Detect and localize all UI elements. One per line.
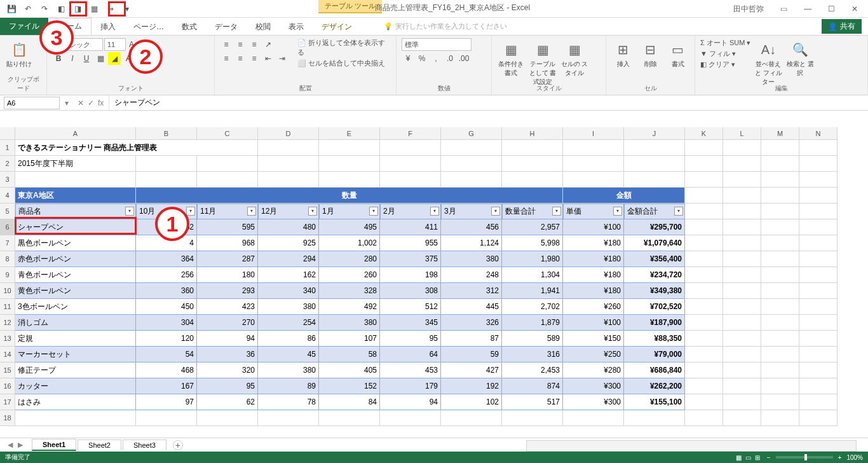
inc-dec-icon[interactable]: .0 bbox=[444, 52, 456, 65]
cell[interactable] bbox=[761, 140, 799, 156]
cell[interactable] bbox=[563, 140, 624, 156]
cell[interactable]: 64 bbox=[380, 347, 441, 363]
row-headers[interactable]: 123456789101112131415161718 bbox=[0, 140, 15, 426]
cell[interactable] bbox=[197, 410, 258, 426]
cell[interactable]: 1月▾ bbox=[319, 204, 380, 219]
cell[interactable]: 179 bbox=[380, 378, 441, 394]
cell[interactable]: 数量合計▾ bbox=[502, 204, 563, 219]
cell-styles-button[interactable]: ▦セルの スタイル bbox=[560, 38, 588, 78]
column-header[interactable]: B bbox=[136, 127, 197, 140]
cell[interactable]: 294 bbox=[258, 251, 319, 267]
cell[interactable]: 162 bbox=[258, 267, 319, 283]
cell[interactable]: 1,879 bbox=[502, 315, 563, 331]
cell[interactable]: 304 bbox=[136, 315, 197, 331]
cell[interactable]: 456 bbox=[441, 219, 502, 235]
cell[interactable] bbox=[685, 204, 723, 219]
cell[interactable] bbox=[723, 172, 761, 188]
cell[interactable]: 256 bbox=[136, 267, 197, 283]
sheet-tab-3[interactable]: Sheet3 bbox=[123, 439, 166, 450]
dec-dec-icon[interactable]: .00 bbox=[458, 52, 470, 65]
cell[interactable] bbox=[441, 140, 502, 156]
cell[interactable]: 167 bbox=[136, 378, 197, 394]
cell[interactable]: 925 bbox=[258, 235, 319, 251]
cell[interactable] bbox=[624, 140, 685, 156]
cell[interactable]: 380 bbox=[258, 363, 319, 378]
formula-input[interactable]: シャープペン bbox=[109, 95, 868, 110]
row-header[interactable]: 4 bbox=[0, 188, 15, 204]
cell[interactable]: ¥88,350 bbox=[624, 331, 685, 347]
column-header[interactable]: L bbox=[723, 127, 761, 140]
enter-formula-icon[interactable]: ✓ bbox=[88, 99, 94, 107]
column-header[interactable]: G bbox=[441, 127, 502, 140]
align-bot-icon[interactable]: ≡ bbox=[248, 38, 261, 51]
cell[interactable] bbox=[685, 188, 723, 204]
cell[interactable]: 2,453 bbox=[502, 363, 563, 378]
cell[interactable] bbox=[441, 172, 502, 188]
sheet-prev-icon[interactable]: ◀ bbox=[8, 441, 13, 449]
cell[interactable] bbox=[197, 156, 258, 172]
column-header[interactable]: K bbox=[685, 127, 723, 140]
cell[interactable]: 345 bbox=[380, 315, 441, 331]
cell[interactable]: カッター bbox=[15, 378, 136, 394]
cell[interactable]: 金額合計▾ bbox=[624, 204, 685, 219]
cell[interactable] bbox=[685, 299, 723, 315]
cell[interactable]: 120 bbox=[136, 331, 197, 347]
cell[interactable] bbox=[502, 140, 563, 156]
format-as-table-button[interactable]: ▦テーブルとして 書式設定 bbox=[529, 38, 557, 86]
cell[interactable]: 94 bbox=[380, 394, 441, 410]
cell[interactable]: 453 bbox=[380, 363, 441, 378]
cell[interactable]: 修正テープ bbox=[15, 363, 136, 378]
cell[interactable] bbox=[502, 172, 563, 188]
cell[interactable]: 94 bbox=[197, 331, 258, 347]
cell[interactable]: 107 bbox=[319, 331, 380, 347]
cell[interactable] bbox=[723, 267, 761, 283]
conditional-format-button[interactable]: ▦条件付き 書式 bbox=[497, 38, 525, 78]
cell[interactable]: 1,002 bbox=[319, 235, 380, 251]
tab-formula[interactable]: 数式 bbox=[173, 19, 206, 35]
horizontal-scrollbar[interactable] bbox=[526, 440, 857, 452]
cell[interactable] bbox=[563, 410, 624, 426]
maximize-icon[interactable]: ☐ bbox=[824, 3, 839, 15]
cell[interactable]: 380 bbox=[319, 315, 380, 331]
number-format-box[interactable]: 標準 bbox=[402, 38, 471, 51]
share-button[interactable]: 👤 共有 bbox=[822, 19, 862, 34]
cell[interactable]: ¥356,400 bbox=[624, 251, 685, 267]
cell[interactable] bbox=[761, 283, 799, 299]
cell[interactable] bbox=[761, 219, 799, 235]
filter-icon[interactable]: ▾ bbox=[125, 207, 134, 216]
cell[interactable]: 254 bbox=[258, 315, 319, 331]
cell[interactable]: 62 bbox=[197, 394, 258, 410]
cell[interactable] bbox=[258, 410, 319, 426]
cell[interactable] bbox=[685, 283, 723, 299]
cell[interactable]: 380 bbox=[258, 299, 319, 315]
cell[interactable]: ¥702,520 bbox=[624, 299, 685, 315]
indent-inc-icon[interactable]: ⇥ bbox=[276, 52, 288, 65]
cell[interactable] bbox=[761, 267, 799, 283]
cell[interactable] bbox=[441, 156, 502, 172]
cell[interactable]: 360 bbox=[136, 283, 197, 299]
cell[interactable] bbox=[258, 172, 319, 188]
cell[interactable]: 152 bbox=[319, 378, 380, 394]
row-header[interactable]: 7 bbox=[0, 235, 15, 251]
cell[interactable] bbox=[563, 156, 624, 172]
filter-icon[interactable]: ▾ bbox=[491, 207, 500, 216]
cell[interactable] bbox=[685, 347, 723, 363]
cell[interactable]: 480 bbox=[258, 219, 319, 235]
cell[interactable]: 2015年度下半期 bbox=[15, 156, 136, 172]
align-left-icon[interactable]: ≡ bbox=[220, 52, 233, 65]
cell[interactable]: ¥234,720 bbox=[624, 267, 685, 283]
underline-button[interactable]: U bbox=[80, 52, 93, 65]
cell[interactable] bbox=[723, 188, 761, 204]
cell[interactable] bbox=[761, 299, 799, 315]
cell[interactable]: 512 bbox=[380, 299, 441, 315]
cell[interactable]: 308 bbox=[380, 283, 441, 299]
cell[interactable] bbox=[799, 235, 837, 251]
cell[interactable]: ¥260 bbox=[563, 299, 624, 315]
add-sheet-button[interactable]: + bbox=[173, 440, 183, 450]
sort-filter-button[interactable]: A↓並べ替えと フィルター bbox=[754, 38, 782, 86]
delete-cells-button[interactable]: ⊟削除 bbox=[639, 38, 662, 69]
cell[interactable]: 商品名▾ bbox=[15, 204, 136, 219]
row-header[interactable]: 18 bbox=[0, 410, 15, 426]
cell[interactable] bbox=[799, 283, 837, 299]
cell[interactable]: ¥180 bbox=[563, 283, 624, 299]
